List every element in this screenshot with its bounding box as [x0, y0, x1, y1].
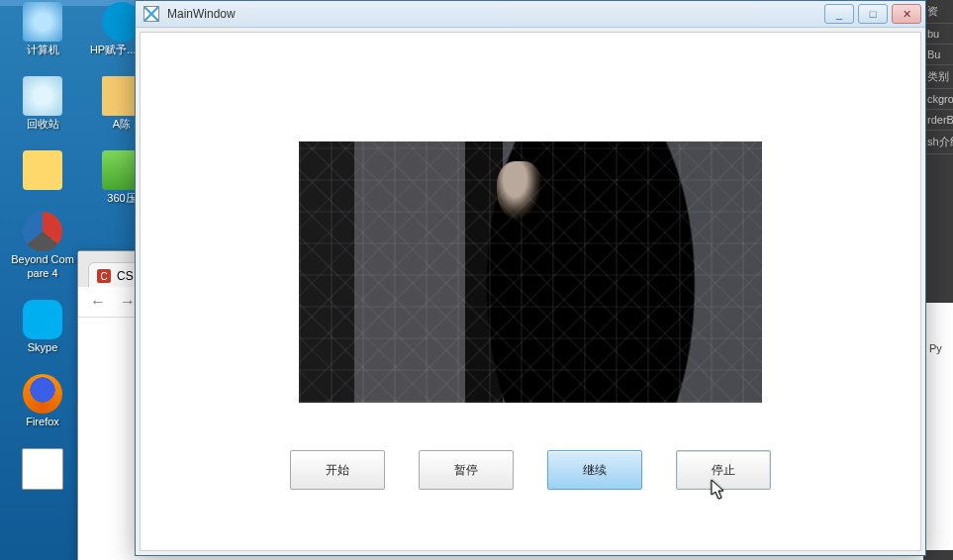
desktop-icon-label: Skype — [28, 341, 58, 354]
main-window: MainWindow _ □ ✕ 开始 暂停 继续 停止 — [135, 0, 926, 556]
desktop-icon[interactable]: 计算机 — [10, 2, 75, 56]
firefox-icon — [23, 374, 62, 414]
app-icon — [143, 6, 159, 22]
desktop-icon-label: 360压 — [107, 192, 136, 205]
desktop-icon[interactable]: Firefox — [10, 374, 75, 428]
property-row: bu — [923, 24, 953, 45]
start-button[interactable]: 开始 — [290, 450, 385, 490]
txt-icon — [22, 448, 63, 490]
desktop-icons-col1: 计算机回收站Beyond Compare 4SkypeFirefox — [10, 2, 75, 492]
close-button[interactable]: ✕ — [892, 4, 921, 24]
video-content — [497, 161, 542, 221]
desktop-icon[interactable] — [10, 448, 75, 492]
desktop-background: 计算机回收站Beyond Compare 4SkypeFirefox HP赋予.… — [0, 0, 953, 560]
stop-button[interactable]: 停止 — [676, 450, 771, 490]
desktop-icon-label: Firefox — [26, 416, 59, 428]
folder-icon — [23, 150, 62, 190]
property-row: 资 — [923, 0, 953, 24]
desktop-icon[interactable] — [10, 150, 75, 192]
ide-editor-sliver: Py — [925, 303, 953, 550]
title-bar[interactable]: MainWindow _ □ ✕ — [136, 1, 925, 28]
skype-icon — [23, 300, 62, 339]
property-row: ckgro — [923, 89, 953, 110]
video-frame — [299, 141, 762, 403]
property-row: rderB — [923, 110, 953, 131]
minimize-button[interactable]: _ — [824, 4, 854, 24]
desktop-icon-label: Beyond Compare 4 — [10, 253, 75, 279]
bin-icon — [23, 76, 62, 116]
property-row: sh介绍 — [923, 131, 953, 154]
tab-title: CS — [117, 269, 134, 283]
window-controls: _ □ ✕ — [824, 4, 925, 24]
bc-icon — [23, 212, 62, 251]
desktop-icon[interactable]: Skype — [10, 300, 75, 354]
property-row: 类别 — [923, 65, 953, 89]
tab-favicon: C — [97, 269, 111, 283]
pc-icon — [23, 2, 62, 42]
pause-button[interactable]: 暂停 — [419, 450, 514, 490]
desktop-icon-label: 回收站 — [27, 118, 59, 131]
resume-button[interactable]: 继续 — [547, 450, 642, 490]
property-row: Bu — [923, 45, 953, 65]
client-area: 开始 暂停 继续 停止 — [140, 32, 921, 551]
back-icon[interactable]: ← — [90, 293, 106, 311]
desktop-icon[interactable]: Beyond Compare 4 — [10, 212, 75, 279]
forward-icon[interactable]: → — [120, 293, 136, 311]
window-title: MainWindow — [167, 7, 236, 21]
maximize-button[interactable]: □ — [858, 4, 888, 24]
desktop-icon-label: 计算机 — [27, 44, 59, 56]
desktop-icon[interactable]: 回收站 — [10, 76, 75, 131]
desktop-icon-label: A陈 — [113, 118, 131, 131]
controls-row: 开始 暂停 继续 停止 — [290, 450, 771, 490]
editor-text: Py — [925, 303, 953, 394]
